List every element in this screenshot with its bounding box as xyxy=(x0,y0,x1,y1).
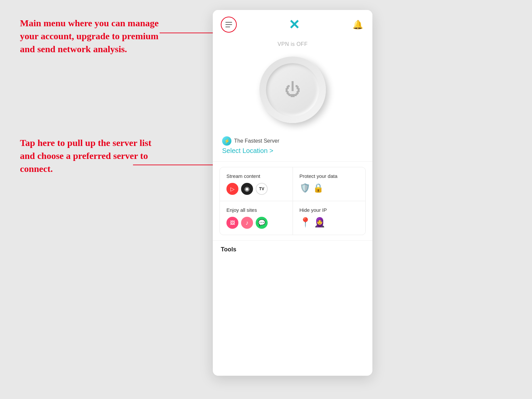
power-icon: ⏻ xyxy=(285,82,301,98)
feature-protect: Protect your data 🛡️ 🔒 xyxy=(293,167,366,201)
power-button[interactable]: ⏻ xyxy=(259,57,326,123)
notifications-button[interactable]: 🔔 xyxy=(351,18,364,31)
tv-icon[interactable]: TV xyxy=(256,183,268,195)
hide-ip-icons: 📍 🧕 xyxy=(300,217,359,228)
fastest-server-label: ⚡ The Fastest Server xyxy=(222,136,363,146)
tools-section: Tools xyxy=(213,240,372,258)
record-icon[interactable]: ◉ xyxy=(241,183,253,195)
hamburger-icon xyxy=(225,22,232,27)
location-section: ⚡ The Fastest Server Select Location > xyxy=(213,133,372,162)
select-location-button[interactable]: Select Location > xyxy=(222,147,363,155)
power-area: ⏻ xyxy=(213,50,372,133)
tools-label: Tools xyxy=(221,246,364,253)
hide-ip-title: Hide your IP xyxy=(300,207,359,213)
power-button-inner: ⏻ xyxy=(266,63,319,116)
menu-button[interactable] xyxy=(221,17,237,33)
bolt-icon: ⚡ xyxy=(222,136,231,146)
annotation-arrow-1 xyxy=(160,33,213,33)
chat-icon[interactable]: 💬 xyxy=(256,217,268,229)
protect-title: Protect your data xyxy=(300,173,359,179)
sites-icons: 🖼 ♪ 💬 xyxy=(226,217,286,229)
sites-title: Enjoy all sites xyxy=(226,207,286,213)
photo-icon[interactable]: 🖼 xyxy=(226,217,238,229)
app-header: ✕ 🔔 xyxy=(213,10,372,36)
pin-icon[interactable]: 📍 xyxy=(300,217,311,228)
vpn-status-label: VPN is OFF xyxy=(213,36,372,50)
protect-icons: 🛡️ 🔒 xyxy=(300,183,359,193)
feature-grid: Stream content ▷ ◉ TV Protect your data … xyxy=(219,167,366,235)
feature-stream: Stream content ▷ ◉ TV xyxy=(220,167,293,201)
logo-x-icon: ✕ xyxy=(289,17,300,32)
annotation-menu: Main menu where you can manage your acco… xyxy=(20,17,160,56)
shield-icon[interactable]: 🛡️ xyxy=(300,183,310,193)
app-logo: ✕ xyxy=(289,17,300,32)
music-icon[interactable]: ♪ xyxy=(241,217,253,229)
app-window: ✕ 🔔 VPN is OFF ⏻ ⚡ The Fastest Server Se… xyxy=(213,10,372,376)
stream-title: Stream content xyxy=(226,173,286,179)
person-icon[interactable]: 🧕 xyxy=(314,217,326,228)
feature-sites: Enjoy all sites 🖼 ♪ 💬 xyxy=(220,201,293,235)
feature-hide-ip: Hide your IP 📍 🧕 xyxy=(293,201,366,235)
play-icon[interactable]: ▷ xyxy=(226,183,238,195)
stream-icons: ▷ ◉ TV xyxy=(226,183,286,195)
lock-icon[interactable]: 🔒 xyxy=(313,183,324,193)
annotation-server: Tap here to pull up the server list and … xyxy=(20,136,160,176)
annotation-arrow-2 xyxy=(133,165,213,165)
bell-icon: 🔔 xyxy=(352,20,363,30)
